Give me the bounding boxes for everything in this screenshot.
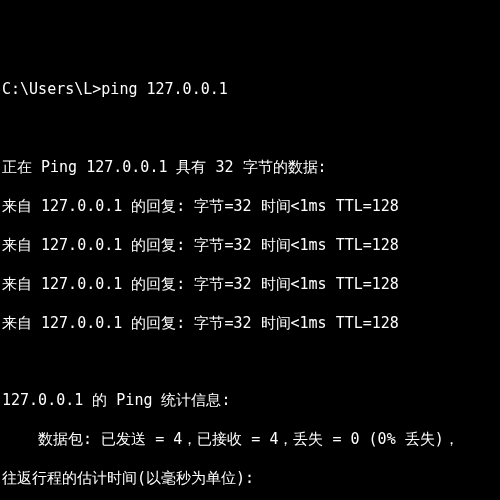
stats-packets: 数据包: 已发送 = 4，已接收 = 4，丢失 = 0 (0% 丢失)， (2, 430, 498, 450)
ping-reply: 来自 127.0.0.1 的回复: 字节=32 时间<1ms TTL=128 (2, 314, 498, 334)
command-line: C:\Users\L>ping 127.0.0.1 (2, 80, 498, 100)
ping-reply: 来自 127.0.0.1 的回复: 字节=32 时间<1ms TTL=128 (2, 275, 498, 295)
terminal-window[interactable]: C:\Users\L>ping 127.0.0.1 正在 Ping 127.0.… (2, 80, 498, 500)
stats-rtt-header: 往返行程的估计时间(以毫秒为单位): (2, 469, 498, 489)
ping-reply: 来自 127.0.0.1 的回复: 字节=32 时间<1ms TTL=128 (2, 197, 498, 217)
ping-header: 正在 Ping 127.0.0.1 具有 32 字节的数据: (2, 158, 498, 178)
stats-header: 127.0.0.1 的 Ping 统计信息: (2, 391, 498, 411)
prompt: C:\Users\L> (2, 80, 101, 98)
blank-line (2, 119, 498, 138)
command-text: ping 127.0.0.1 (101, 80, 227, 98)
blank-line (2, 353, 498, 372)
ping-reply: 来自 127.0.0.1 的回复: 字节=32 时间<1ms TTL=128 (2, 236, 498, 256)
